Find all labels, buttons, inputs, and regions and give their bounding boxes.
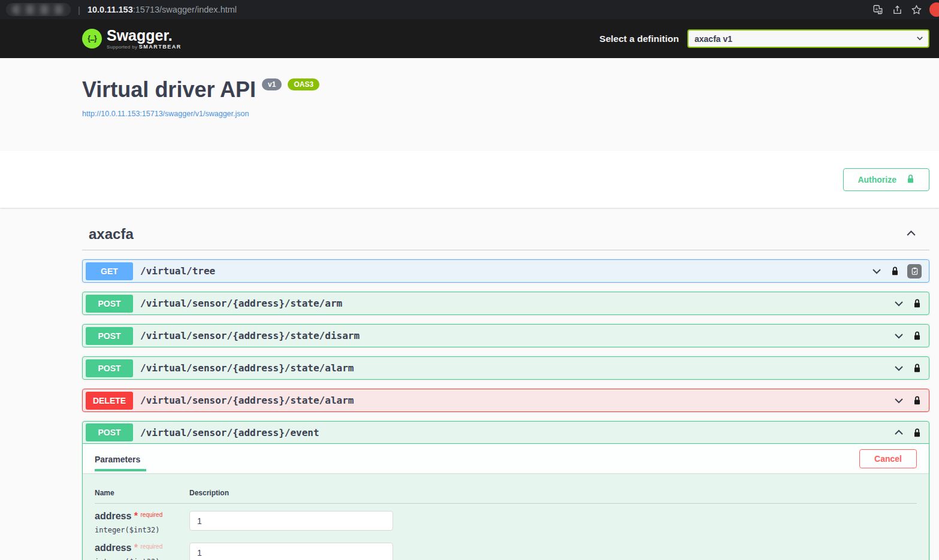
method-badge: POST <box>86 295 133 313</box>
authorize-button[interactable]: Authorize <box>843 168 929 191</box>
table-header-row: Name Description <box>95 484 917 504</box>
param-type: integer($int32) <box>95 558 189 560</box>
required-star: * <box>134 511 138 521</box>
brand-name: Swagger. <box>107 28 182 44</box>
op-path: /virtual/sensor/{address}/event <box>140 427 319 438</box>
opblock-delete-state-alarm: DELETE /virtual/sensor/{address}/state/a… <box>82 389 929 412</box>
lock-icon[interactable] <box>913 331 922 341</box>
tab-parameters[interactable]: Parameters <box>95 446 146 471</box>
lock-icon[interactable] <box>890 266 899 276</box>
param-value-cell <box>189 543 917 560</box>
swagger-topbar: {...} Swagger. Supported by SMARTBEAR Se… <box>0 19 939 58</box>
api-info-section: Virtual driver API v1 OAS3 http://10.0.1… <box>0 58 939 151</box>
param-type: integer($int32) <box>95 526 189 534</box>
chevron-down-icon[interactable] <box>893 362 905 374</box>
method-badge: POST <box>86 327 133 345</box>
profile-avatar[interactable] <box>929 2 939 17</box>
cancel-button[interactable]: Cancel <box>859 449 917 468</box>
lock-icon[interactable] <box>913 428 922 438</box>
param-name-cell: address * required integer($int32) <box>95 511 189 534</box>
redacted-tab-label[interactable] <box>6 3 71 16</box>
page-title: Virtual driver API v1 OAS3 <box>82 77 929 102</box>
opblock-post-state-disarm: POST /virtual/sensor/{address}/state/dis… <box>82 324 929 347</box>
clipboard-icon[interactable] <box>907 264 922 279</box>
op-summary[interactable]: POST /virtual/sensor/{address}/event <box>83 422 929 444</box>
param-name-cell: address * required integer($int32) <box>95 543 189 560</box>
op-path: /virtual/sensor/{address}/state/arm <box>140 298 342 309</box>
address-input-1[interactable] <box>189 511 393 531</box>
select-definition-label: Select a definition <box>599 34 679 44</box>
op-path: /virtual/sensor/{address}/state/disarm <box>140 330 360 341</box>
tag-title: axacfa <box>89 226 134 243</box>
tag-header-axacfa[interactable]: axacfa <box>82 220 929 250</box>
spec-json-link[interactable]: http://10.0.11.153:15713/swagger/v1/swag… <box>82 110 249 118</box>
method-badge: POST <box>86 423 133 441</box>
op-path: /virtual/sensor/{address}/state/alarm <box>140 395 354 406</box>
definition-select[interactable]: axacfa v1 <box>687 29 929 48</box>
param-value-cell <box>189 511 917 534</box>
method-badge: GET <box>86 262 133 280</box>
op-summary[interactable]: POST /virtual/sensor/{address}/state/dis… <box>83 325 929 347</box>
chevron-up-icon[interactable] <box>893 426 905 438</box>
supported-by-text: Supported by SMARTBEAR <box>107 44 182 50</box>
opblock-post-event: POST /virtual/sensor/{address}/event Par… <box>82 421 929 560</box>
op-summary[interactable]: GET /virtual/tree <box>83 260 929 282</box>
lock-icon[interactable] <box>913 363 922 373</box>
required-star: * <box>134 543 138 553</box>
swagger-logo: {...} Swagger. Supported by SMARTBEAR <box>82 28 182 50</box>
chevron-down-icon[interactable] <box>893 395 905 407</box>
op-summary[interactable]: POST /virtual/sensor/{address}/state/arm <box>83 292 929 314</box>
operations-section: axacfa GET /virtual/tree <box>0 208 939 560</box>
smartbear-wordmark: SMARTBEAR <box>139 44 182 50</box>
opblock-get-virtual-tree: GET /virtual/tree <box>82 259 929 283</box>
op-path: /virtual/sensor/{address}/state/alarm <box>140 362 354 374</box>
parameters-section-header: Parameters Cancel <box>83 444 929 473</box>
url-host: 10.0.11.153 <box>87 5 133 14</box>
parameters-table: Name Description address * required inte… <box>83 473 929 560</box>
version-badge: v1 <box>262 78 282 90</box>
lock-icon[interactable] <box>913 395 922 405</box>
scheme-container: Authorize <box>0 151 939 208</box>
chevron-down-icon[interactable] <box>893 298 905 310</box>
method-badge: DELETE <box>86 392 133 410</box>
opblock-post-state-arm: POST /virtual/sensor/{address}/state/arm <box>82 292 929 315</box>
column-header-name: Name <box>95 489 189 497</box>
translate-icon[interactable]: a <box>872 4 884 16</box>
chevron-down-icon[interactable] <box>871 265 883 277</box>
swagger-logo-icon: {...} <box>82 29 102 49</box>
op-path: /virtual/tree <box>140 265 215 277</box>
lock-icon <box>906 174 915 186</box>
address-input-2[interactable] <box>189 543 393 560</box>
oas3-badge: OAS3 <box>288 78 319 90</box>
share-icon[interactable] <box>891 4 903 16</box>
param-row-address-2: address * required integer($int32) <box>95 535 917 560</box>
method-badge: POST <box>86 359 133 377</box>
opblock-post-state-alarm: POST /virtual/sensor/{address}/state/ala… <box>82 356 929 380</box>
url-separator: | <box>78 5 80 15</box>
chevron-up-icon[interactable] <box>905 227 917 242</box>
lock-icon[interactable] <box>913 298 922 308</box>
svg-text:a: a <box>875 7 878 11</box>
address-bar[interactable]: 10.0.11.153:15713/swagger/index.html <box>87 5 237 14</box>
op-summary[interactable]: DELETE /virtual/sensor/{address}/state/a… <box>83 389 929 411</box>
chevron-down-icon[interactable] <box>893 330 905 342</box>
param-row-address-1: address * required integer($int32) <box>95 504 917 534</box>
required-label: required <box>141 511 163 518</box>
op-body: Parameters Cancel Name Description addre… <box>83 444 929 560</box>
browser-bar: | 10.0.11.153:15713/swagger/index.html a <box>0 0 939 19</box>
required-label: required <box>141 543 163 550</box>
url-path: :15713/swagger/index.html <box>133 5 237 14</box>
column-header-description: Description <box>189 489 917 497</box>
star-icon[interactable] <box>910 4 922 16</box>
op-summary[interactable]: POST /virtual/sensor/{address}/state/ala… <box>83 357 929 379</box>
